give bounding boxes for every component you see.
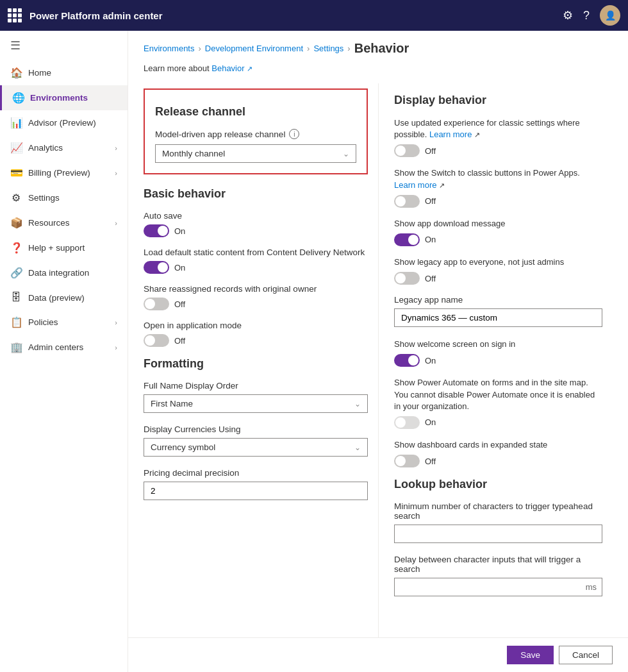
open-app-mode-label: Open in application mode (144, 321, 368, 330)
switch-classic-toggle[interactable] (394, 195, 420, 208)
legacy-app-toggle[interactable] (394, 272, 420, 285)
full-name-chevron: ⌄ (354, 399, 361, 408)
sidebar-label-advisor: Advisor (Preview) (28, 118, 117, 128)
app-title: Power Platform admin center (29, 10, 555, 21)
app-download-desc: Show app download message (394, 218, 602, 230)
app-download-row: Show app download message On (394, 218, 602, 246)
legacy-app-row: Show legacy app to everyone, not just ad… (394, 256, 602, 285)
full-name-dropdown[interactable]: First Name ⌄ (144, 394, 368, 413)
app-download-toggle[interactable] (394, 233, 420, 246)
sidebar-item-home[interactable]: 🏠 Home (0, 60, 128, 85)
switch-classic-toggle-container: Off (394, 195, 602, 208)
auto-save-row: Auto save On (144, 211, 368, 237)
updated-exp-row: Use updated experience for classic setti… (394, 117, 602, 157)
power-automate-toggle (394, 416, 420, 429)
main-layout: ☰ 🏠 Home 🌐 Environments 📊 Advisor (Previ… (0, 31, 628, 672)
breadcrumb-sep3: › (347, 44, 350, 53)
share-reassigned-toggle[interactable] (144, 298, 169, 310)
open-app-mode-row: Open in application mode Off (144, 321, 368, 347)
dashboard-cards-toggle[interactable] (394, 455, 420, 467)
sidebar: ☰ 🏠 Home 🌐 Environments 📊 Advisor (Previ… (0, 31, 128, 672)
formatting-title: Formatting (144, 357, 368, 371)
legacy-app-name-input[interactable] (394, 308, 602, 327)
open-app-mode-toggle[interactable] (144, 334, 169, 347)
sidebar-item-resources[interactable]: 📦 Resources › (0, 210, 128, 235)
auto-save-toggle[interactable] (144, 224, 169, 237)
switch-classic-row: Show the Switch to classic buttons in Po… (394, 167, 602, 207)
app-download-toggle-container: On (394, 233, 602, 246)
release-channel-title: Release channel (155, 105, 356, 119)
info-icon[interactable]: i (289, 129, 299, 139)
help-icon[interactable]: ? (583, 9, 590, 22)
learn-more-section: Learn more about Behavior ↗ (128, 61, 628, 83)
breadcrumb-dev-env[interactable]: Development Environment (205, 44, 303, 53)
sidebar-label-policies: Policies (28, 317, 108, 327)
sidebar-item-environments[interactable]: 🌐 Environments (0, 85, 128, 110)
auto-save-label: Auto save (144, 211, 368, 221)
sidebar-label-settings: Settings (28, 193, 117, 203)
legacy-app-name-group: Legacy app name (394, 295, 602, 327)
topbar: Power Platform admin center ⚙ ? 👤 (0, 0, 628, 31)
gear-icon[interactable]: ⚙ (563, 8, 573, 22)
ext-icon1: ↗ (474, 131, 480, 139)
dashboard-cards-status: Off (425, 457, 436, 466)
sidebar-item-help-support[interactable]: ❓ Help + support (0, 235, 128, 260)
updated-exp-link[interactable]: Learn more (429, 130, 472, 139)
cancel-button[interactable]: Cancel (559, 646, 613, 664)
sidebar-item-policies[interactable]: 📋 Policies › (0, 310, 128, 335)
home-icon: 🏠 (10, 67, 22, 79)
sidebar-item-settings[interactable]: ⚙ Settings (0, 185, 128, 210)
load-cdn-toggle[interactable] (144, 261, 169, 274)
power-automate-toggle-container: On (394, 416, 602, 429)
load-cdn-row: Load default static content from Content… (144, 248, 368, 274)
sidebar-item-data-preview[interactable]: 🗄 Data (preview) (0, 285, 128, 310)
full-name-group: Full Name Display Order First Name ⌄ (144, 381, 368, 413)
breadcrumb-settings[interactable]: Settings (313, 44, 343, 53)
settings-icon: ⚙ (10, 192, 22, 204)
pricing-decimal-label: Pricing decimal precision (144, 468, 368, 478)
typeahead-input[interactable] (394, 525, 602, 543)
environments-icon: 🌐 (12, 92, 24, 104)
display-currencies-value: Currency symbol (151, 442, 215, 452)
avatar[interactable]: 👤 (600, 5, 620, 26)
sidebar-item-advisor[interactable]: 📊 Advisor (Preview) (0, 110, 128, 135)
delay-input[interactable] (395, 578, 581, 596)
share-reassigned-toggle-container: Off (144, 298, 368, 310)
sidebar-label-billing: Billing (Preview) (28, 168, 108, 178)
legacy-app-toggle-container: Off (394, 272, 602, 285)
sidebar-label-admin-centers: Admin centers (28, 342, 108, 352)
power-automate-row: Show Power Automate on forms and in the … (394, 377, 602, 429)
display-currencies-dropdown[interactable]: Currency symbol ⌄ (144, 438, 368, 457)
load-cdn-status: On (174, 263, 185, 273)
release-channel-dropdown[interactable]: Monthly channel ⌄ (155, 144, 356, 163)
welcome-screen-row: Show welcome screen on sign in On (394, 339, 602, 367)
share-reassigned-row: Share reassigned records with original o… (144, 284, 368, 310)
sidebar-item-billing[interactable]: 💳 Billing (Preview) › (0, 160, 128, 185)
switch-classic-status: Off (425, 196, 436, 206)
sidebar-item-admin-centers[interactable]: 🏢 Admin centers › (0, 335, 128, 360)
updated-exp-status: Off (425, 146, 436, 156)
external-link-icon: ↗ (247, 65, 252, 72)
help-support-icon: ❓ (10, 242, 22, 254)
sidebar-item-analytics[interactable]: 📈 Analytics › (0, 135, 128, 160)
sidebar-item-data-integration[interactable]: 🔗 Data integration (0, 260, 128, 285)
release-channel-label: Model-driven app release channel i (155, 129, 356, 139)
pricing-decimal-input[interactable] (144, 482, 368, 500)
save-button[interactable]: Save (507, 646, 554, 664)
hamburger-icon[interactable]: ☰ (0, 31, 128, 60)
welcome-screen-toggle[interactable] (394, 354, 420, 367)
left-column: Release channel Model-driven app release… (144, 83, 378, 637)
policies-chevron: › (115, 319, 117, 326)
admin-centers-chevron: › (115, 344, 117, 351)
grid-icon[interactable] (8, 8, 22, 22)
welcome-screen-desc: Show welcome screen on sign in (394, 339, 602, 350)
billing-icon: 💳 (10, 167, 22, 179)
switch-classic-desc: Show the Switch to classic buttons in Po… (394, 167, 602, 190)
lookup-behavior-title: Lookup behavior (394, 478, 602, 491)
power-automate-status: On (425, 417, 436, 427)
switch-classic-link[interactable]: Learn more (394, 180, 436, 190)
display-currencies-label: Display Currencies Using (144, 424, 368, 434)
learn-more-link[interactable]: Behavior (211, 63, 244, 73)
breadcrumb-environments[interactable]: Environments (144, 44, 194, 53)
updated-exp-toggle[interactable] (394, 144, 420, 157)
